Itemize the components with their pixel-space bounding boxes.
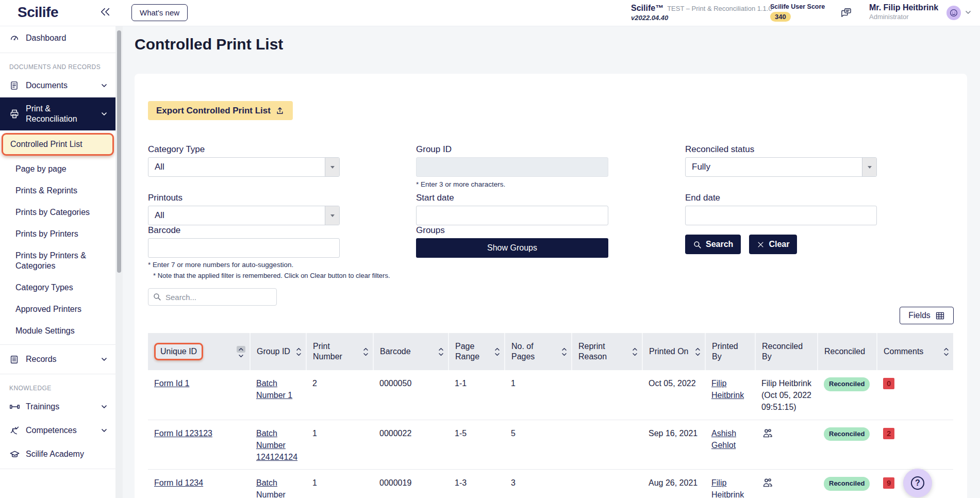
column-header-unique_id[interactable]: Unique ID	[148, 333, 250, 370]
column-header-reprint_reason[interactable]: Reprint Reason	[572, 333, 642, 370]
divider	[0, 469, 115, 469]
sort-control[interactable]	[363, 347, 369, 356]
fields-button[interactable]: Fields	[900, 307, 954, 324]
sidebar-item-module-settings[interactable]: Module Settings	[0, 320, 115, 342]
sort-desc-icon[interactable]	[238, 354, 244, 358]
sidebar-item-page-by-page[interactable]: Page by page	[0, 158, 115, 180]
user-menu-chevron-icon[interactable]	[965, 10, 971, 14]
sidebar-item-print-reconciliation[interactable]: Print & Reconciliation	[0, 97, 115, 130]
sidebar-item-dashboard[interactable]: Dashboard	[0, 26, 115, 50]
sidebar-item-scilife-academy[interactable]: Scilife Academy	[0, 442, 115, 466]
group-reconcilers-icon[interactable]	[761, 427, 774, 440]
comments-count-badge[interactable]: 2	[883, 428, 894, 439]
sort-control[interactable]	[561, 347, 567, 356]
record-link[interactable]: Batch Number 124124124	[256, 429, 297, 461]
comments-count-badge[interactable]: 9	[883, 477, 894, 489]
sort-asc-icon[interactable]	[296, 347, 302, 351]
record-link[interactable]: Batch Number 1	[256, 379, 292, 400]
table-search-input[interactable]	[148, 288, 277, 306]
column-header-barcode[interactable]: Barcode	[373, 333, 449, 370]
dropdown-arrow-icon[interactable]	[325, 158, 339, 176]
sort-desc-icon[interactable]	[695, 353, 701, 356]
sort-desc-icon[interactable]	[363, 353, 369, 356]
sort-asc-icon[interactable]	[237, 346, 245, 353]
barcode-input[interactable]	[148, 238, 340, 258]
records-icon	[9, 354, 21, 365]
group-reconcilers-icon[interactable]	[761, 477, 774, 489]
group-id-input[interactable]	[416, 157, 608, 177]
sidebar-item-competences[interactable]: Competences	[0, 419, 115, 442]
sort-asc-icon[interactable]	[695, 347, 701, 351]
help-button[interactable]: ?	[903, 469, 932, 497]
sort-control[interactable]	[237, 346, 245, 358]
start-date-input[interactable]	[416, 206, 608, 225]
sort-asc-icon[interactable]	[363, 347, 369, 351]
avatar[interactable]	[946, 6, 961, 20]
column-header-pages[interactable]: No. of Pages	[505, 333, 572, 370]
export-controlled-print-list-button[interactable]: Export Controlled Print List	[148, 101, 293, 120]
record-link[interactable]: Filip Heitbrink	[711, 379, 744, 400]
sidebar-item-records[interactable]: Records	[0, 347, 115, 371]
sidebar-item-prints-by-categories[interactable]: Prints by Categories	[0, 202, 115, 223]
search-button[interactable]: Search	[685, 235, 741, 254]
sort-desc-icon[interactable]	[296, 353, 302, 356]
sidebar-item-label: Documents	[26, 80, 98, 91]
column-label: Reconciled By	[762, 341, 804, 362]
sort-control[interactable]	[494, 347, 500, 356]
record-link[interactable]: Form Id 123123	[154, 429, 212, 438]
sort-asc-icon[interactable]	[494, 347, 500, 351]
reconciled-status-label: Reconciled status	[685, 144, 877, 155]
sidebar-item-category-types[interactable]: Category Types	[0, 277, 115, 298]
column-header-comments[interactable]: Comments	[877, 333, 953, 370]
sidebar-item-prints-by-printers[interactable]: Prints by Printers	[0, 223, 115, 245]
cell-barcode: 0000022	[373, 420, 449, 470]
record-link[interactable]: Filip Heitbrink	[711, 478, 744, 498]
feedback-chat-icon[interactable]	[840, 7, 852, 18]
sidebar-scrollbar[interactable]	[115, 26, 123, 498]
dropdown-arrow-icon[interactable]	[862, 158, 876, 176]
record-link[interactable]: Form Id 1	[154, 379, 189, 388]
scrollbar-thumb[interactable]	[117, 30, 121, 273]
sort-asc-icon[interactable]	[561, 347, 567, 351]
sort-desc-icon[interactable]	[632, 353, 638, 356]
sort-desc-icon[interactable]	[561, 353, 567, 356]
user-info[interactable]: Mr. Filip Heitbrink Administrator	[869, 3, 938, 21]
sidebar-item-prints-reprints[interactable]: Prints & Reprints	[0, 180, 115, 202]
sort-control[interactable]	[695, 347, 701, 356]
column-header-group_id[interactable]: Group ID	[250, 333, 306, 370]
sort-control[interactable]	[438, 347, 444, 356]
sidebar-item-controlled-print-list[interactable]: Controlled Print List	[2, 133, 114, 156]
sort-asc-icon[interactable]	[632, 347, 638, 351]
column-header-page_range[interactable]: Page Range	[449, 333, 505, 370]
record-link[interactable]: Batch Number	[256, 478, 286, 498]
column-header-print_number[interactable]: Print Number	[306, 333, 373, 370]
printouts-select[interactable]: All	[148, 206, 340, 225]
sort-control[interactable]	[632, 347, 638, 356]
column-header-printed_on[interactable]: Printed On	[642, 333, 705, 370]
sidebar-item-trainings[interactable]: Trainings	[0, 395, 115, 419]
sidebar-item-approved-printers[interactable]: Approved Printers	[0, 298, 115, 320]
sort-desc-icon[interactable]	[943, 353, 949, 356]
sort-asc-icon[interactable]	[438, 347, 444, 351]
sort-desc-icon[interactable]	[438, 353, 444, 356]
clear-button[interactable]: Clear	[749, 235, 797, 254]
sort-asc-icon[interactable]	[943, 347, 949, 351]
whats-new-button[interactable]: What's new	[131, 4, 188, 21]
sort-control[interactable]	[296, 347, 302, 356]
show-groups-button[interactable]: Show Groups	[416, 238, 608, 258]
sidebar-item-prints-by-printers-categories[interactable]: Prints by Printers & Categories	[0, 245, 115, 277]
record-link[interactable]: Ashish Gehlot	[711, 429, 736, 450]
sort-desc-icon[interactable]	[494, 353, 500, 356]
reconciled-status-select[interactable]: Fully	[685, 157, 877, 177]
end-date-filter: End date	[685, 193, 877, 225]
end-date-input[interactable]	[685, 206, 877, 225]
collapse-sidebar-icon[interactable]	[99, 7, 111, 16]
dashboard-icon	[9, 32, 21, 44]
dropdown-arrow-icon[interactable]	[325, 206, 339, 225]
category-type-select[interactable]: All	[148, 157, 340, 177]
competences-icon	[9, 425, 21, 436]
sidebar-item-documents[interactable]: Documents	[0, 74, 115, 97]
sort-control[interactable]	[943, 347, 949, 356]
comments-count-badge[interactable]: 0	[883, 378, 894, 389]
record-link[interactable]: Form Id 1234	[154, 478, 203, 487]
